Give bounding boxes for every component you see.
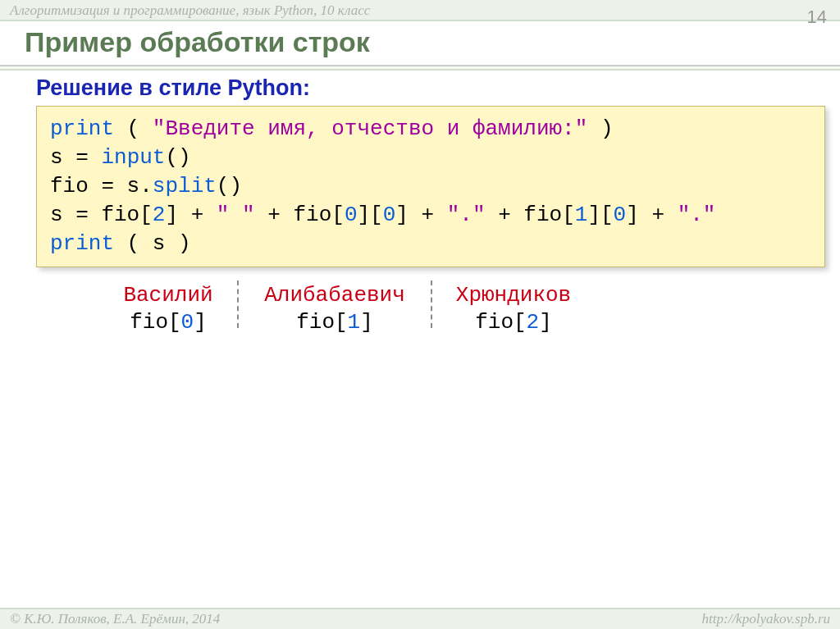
code-line-3: fio = s.split() (50, 172, 811, 201)
code-text: s = fio[ (50, 203, 153, 227)
heading-row: Пример обработки строк (0, 26, 840, 62)
code-text: + fio[ (255, 203, 345, 227)
example-name-1: Василий (123, 283, 212, 308)
code-block: print ( "Введите имя, отчество и фамилию… (36, 106, 825, 267)
kw-print: print (50, 231, 114, 256)
fio-label: ] (194, 310, 207, 335)
copyright-text: © К.Ю. Поляков, Е.А. Ерёмин, 2014 (10, 611, 220, 627)
example-cell: Василий (98, 282, 238, 309)
code-text: s = (50, 145, 101, 170)
index-literal: 0 (181, 310, 194, 335)
example-cell: fio[0] (98, 309, 238, 336)
code-text: fio = s. (50, 174, 153, 198)
code-line-2: s = input() (50, 144, 811, 172)
footer-url: http://kpolyakov.spb.ru (702, 611, 830, 627)
example-block: Василий Алибабаевич Хрюндиков fio[0] fio… (98, 282, 840, 335)
example-cell: Хрюндиков (431, 282, 596, 309)
footer-stripe: © К.Ю. Поляков, Е.А. Ерёмин, 2014 http:/… (0, 608, 840, 629)
fio-label: fio[ (130, 310, 180, 335)
code-text: () (165, 145, 190, 170)
example-labels-row: fio[0] fio[1] fio[2] (98, 309, 840, 336)
kw-print: print (50, 116, 114, 141)
code-text: ] + (165, 203, 216, 227)
example-names-row: Василий Алибабаевич Хрюндиков (98, 282, 840, 309)
code-text: ( (114, 116, 153, 141)
example-cell: fio[2] (431, 309, 596, 336)
string-literal: "." (447, 203, 486, 227)
fio-label: ] (539, 310, 552, 335)
code-text: + fio[ (486, 203, 575, 227)
string-literal: "Введите имя, отчество и фамилию:" (153, 116, 588, 141)
slide-title: Пример обработки строк (25, 26, 840, 58)
kw-input: input (101, 145, 165, 170)
index-literal: 1 (575, 203, 588, 227)
string-literal: " " (217, 203, 255, 227)
code-text: ( s ) (114, 231, 191, 256)
code-line-4: s = fio[2] + " " + fio[0][0] + "." + fio… (50, 201, 811, 230)
index-literal: 0 (345, 203, 358, 227)
index-literal: 2 (527, 310, 540, 335)
subheading: Решение в стиле Python: (36, 75, 840, 101)
heading-underline (0, 65, 840, 71)
example-cell: fio[1] (238, 309, 431, 336)
course-title: Алгоритмизация и программирование, язык … (10, 2, 370, 19)
index-literal: 0 (614, 203, 627, 227)
code-text: ] + (395, 203, 446, 227)
page-number: 14 (807, 7, 827, 28)
index-literal: 0 (383, 203, 396, 227)
example-name-3: Хрюндиков (456, 283, 571, 308)
top-stripe: Алгоритмизация и программирование, язык … (0, 0, 840, 21)
fio-label: fio[ (296, 310, 347, 335)
code-text: () (217, 174, 242, 198)
code-line-5: print ( s ) (50, 230, 811, 258)
code-line-1: print ( "Введите имя, отчество и фамилию… (50, 115, 811, 144)
code-text: ] + (626, 203, 677, 227)
string-literal: "." (678, 203, 716, 227)
fio-label: fio[ (475, 310, 526, 335)
index-literal: 1 (348, 310, 361, 335)
code-text: ][ (358, 203, 383, 227)
code-text: ) (587, 116, 613, 141)
index-literal: 2 (153, 203, 166, 227)
example-name-2: Алибабаевич (264, 283, 405, 308)
code-text: ][ (587, 203, 613, 227)
example-cell: Алибабаевич (238, 282, 431, 309)
fio-label: ] (360, 310, 373, 335)
kw-split: split (153, 174, 217, 198)
